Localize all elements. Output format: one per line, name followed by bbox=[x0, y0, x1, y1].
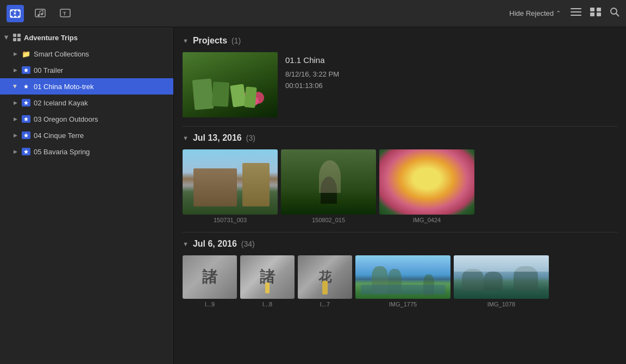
projects-section-header: ▼ Projects (1) bbox=[183, 36, 617, 46]
media-label-i9: I...9 bbox=[205, 301, 215, 307]
grid-icon bbox=[13, 34, 21, 41]
svg-marker-21 bbox=[24, 68, 28, 72]
media-item-i7[interactable]: 花 I...7 bbox=[298, 255, 352, 307]
sidebar-item-iceland[interactable]: ▶ 02 Iceland Kayak bbox=[0, 95, 173, 111]
hide-rejected-label: Hide Rejected bbox=[509, 9, 554, 17]
svg-rect-14 bbox=[571, 11, 581, 12]
svg-marker-25 bbox=[24, 133, 28, 137]
china-star-badge bbox=[22, 83, 30, 90]
title-icon[interactable]: T bbox=[57, 5, 74, 22]
cinque-star-badge bbox=[22, 131, 30, 139]
star-badge bbox=[22, 66, 30, 74]
sidebar-root-label: Adventure Trips bbox=[24, 34, 78, 42]
sidebar: ▶ Adventure Trips ▶ 📁 Smart Collections … bbox=[0, 27, 174, 364]
oregon-star-badge bbox=[22, 115, 30, 123]
sidebar-item-smart-collections[interactable]: ▶ 📁 Smart Collections bbox=[0, 46, 173, 62]
trailer-chevron: ▶ bbox=[12, 67, 18, 73]
sidebar-china-label: 01 China Moto-trek bbox=[34, 83, 94, 91]
media-item-img1775[interactable]: IMG_1775 bbox=[355, 255, 450, 307]
sidebar-item-china[interactable]: ▶ 01 China Moto-trek bbox=[0, 78, 173, 95]
oregon-chevron: ▶ bbox=[12, 116, 18, 122]
project-item[interactable]: ❯ ❯ ❯ ❯ ❯ ❯ ❯ ❯ bbox=[183, 52, 617, 117]
media-label-i8: I...8 bbox=[262, 301, 272, 307]
jul6-title: Jul 6, 2016 bbox=[193, 239, 237, 249]
svg-rect-19 bbox=[597, 12, 601, 16]
music-icon[interactable] bbox=[32, 5, 49, 22]
hide-rejected-button[interactable]: Hide Rejected ⌃ bbox=[509, 9, 561, 17]
media-item-i9[interactable]: 諸 I...9 bbox=[183, 255, 237, 307]
sidebar-bavaria-label: 05 Bavaria Spring bbox=[34, 148, 90, 156]
root-chevron: ▶ bbox=[4, 34, 9, 41]
svg-text:★: ★ bbox=[13, 11, 17, 15]
media-item-i8[interactable]: 諸 I...8 bbox=[240, 255, 295, 307]
iceland-star-badge bbox=[22, 99, 30, 106]
media-item-img0424[interactable]: IMG_0424 bbox=[379, 149, 474, 223]
projects-count: (1) bbox=[231, 36, 241, 45]
project-duration: 00:01:13:06 bbox=[285, 80, 617, 92]
top-bar: ★ T Hide Rejected ⌃ bbox=[0, 0, 626, 27]
china-thumb-image bbox=[183, 52, 278, 117]
project-info: 01.1 China 8/12/16, 3:22 PM 00:01:13:06 bbox=[285, 52, 617, 92]
project-thumbnail: ❯ ❯ ❯ ❯ ❯ ❯ ❯ ❯ bbox=[183, 52, 278, 117]
list-view-icon[interactable] bbox=[571, 8, 581, 19]
top-bar-right-icons bbox=[571, 7, 619, 20]
jul6-section-header: ▼ Jul 6, 2016 (34) bbox=[183, 239, 617, 249]
projects-chevron[interactable]: ▼ bbox=[183, 37, 189, 44]
sidebar-cinque-label: 04 Cinque Terre bbox=[34, 131, 84, 140]
jul6-media-grid: 諸 I...9 諸 I...8 花 I...7 bbox=[183, 255, 617, 307]
media-item-img1078[interactable]: IMG_1078 bbox=[454, 255, 549, 307]
content-area: ▼ Projects (1) ❯ ❯ ❯ ❯ ❯ ❯ ❯ ❯ bbox=[174, 27, 626, 364]
media-label-img0424: IMG_0424 bbox=[413, 217, 441, 223]
media-label-i7: I...7 bbox=[320, 301, 330, 307]
project-meta: 8/12/16, 3:22 PM 00:01:13:06 bbox=[285, 69, 617, 92]
sidebar-item-bavaria[interactable]: ▶ 05 Bavaria Spring bbox=[0, 143, 173, 160]
sidebar-item-oregon[interactable]: ▶ 03 Oregon Outdoors bbox=[0, 111, 173, 127]
jul13-media-grid: 150731_003 150802_015 IMG_0424 bbox=[183, 149, 617, 223]
divider-1 bbox=[183, 126, 617, 127]
sidebar-root-item[interactable]: ▶ Adventure Trips bbox=[0, 29, 173, 46]
sc-chevron: ▶ bbox=[12, 51, 18, 57]
svg-point-20 bbox=[611, 8, 617, 14]
bavaria-chevron: ▶ bbox=[12, 149, 18, 154]
svg-rect-1 bbox=[10, 10, 12, 11]
svg-rect-4 bbox=[18, 16, 20, 17]
film-icon[interactable]: ★ bbox=[7, 5, 24, 22]
jul13-count: (3) bbox=[246, 134, 255, 142]
svg-text:T: T bbox=[63, 10, 66, 16]
svg-rect-17 bbox=[597, 8, 601, 11]
svg-marker-23 bbox=[24, 101, 28, 105]
svg-marker-22 bbox=[24, 84, 28, 89]
svg-rect-2 bbox=[18, 10, 20, 11]
media-label-img1775: IMG_1775 bbox=[389, 301, 417, 307]
jul6-count: (34) bbox=[241, 240, 255, 248]
main-layout: ▶ Adventure Trips ▶ 📁 Smart Collections … bbox=[0, 27, 626, 364]
jul13-title: Jul 13, 2016 bbox=[193, 133, 242, 143]
media-item-150731[interactable]: 150731_003 bbox=[183, 149, 278, 223]
folder-icon: 📁 bbox=[22, 50, 30, 58]
svg-rect-3 bbox=[10, 16, 12, 17]
jul13-chevron[interactable]: ▼ bbox=[183, 135, 189, 141]
jul13-section-header: ▼ Jul 13, 2016 (3) bbox=[183, 133, 617, 143]
project-name: 01.1 China bbox=[285, 55, 617, 65]
grid-view-icon[interactable] bbox=[590, 8, 601, 19]
media-label-150731: 150731_003 bbox=[214, 217, 247, 223]
projects-title: Projects bbox=[193, 36, 227, 46]
sidebar-trailer-label: 00 Trailer bbox=[34, 66, 63, 74]
top-bar-right: Hide Rejected ⌃ bbox=[509, 7, 619, 20]
project-date: 8/12/16, 3:22 PM bbox=[285, 69, 617, 80]
svg-rect-16 bbox=[590, 8, 594, 11]
svg-rect-8 bbox=[35, 9, 45, 17]
sidebar-item-trailer[interactable]: ▶ 00 Trailer bbox=[0, 62, 173, 78]
jul6-chevron[interactable]: ▼ bbox=[183, 241, 189, 247]
hide-rejected-chevron: ⌃ bbox=[556, 10, 561, 17]
bavaria-star-badge bbox=[22, 148, 30, 155]
search-icon[interactable] bbox=[610, 7, 619, 20]
svg-marker-26 bbox=[24, 149, 28, 154]
cinque-chevron: ▶ bbox=[12, 133, 18, 138]
media-item-150802[interactable]: 150802_015 bbox=[281, 149, 376, 223]
media-label-150802: 150802_015 bbox=[312, 217, 345, 223]
svg-rect-13 bbox=[571, 8, 581, 9]
media-label-img1078: IMG_1078 bbox=[487, 301, 515, 307]
sidebar-smart-label: Smart Collections bbox=[34, 50, 89, 58]
sidebar-item-cinque[interactable]: ▶ 04 Cinque Terre bbox=[0, 127, 173, 143]
